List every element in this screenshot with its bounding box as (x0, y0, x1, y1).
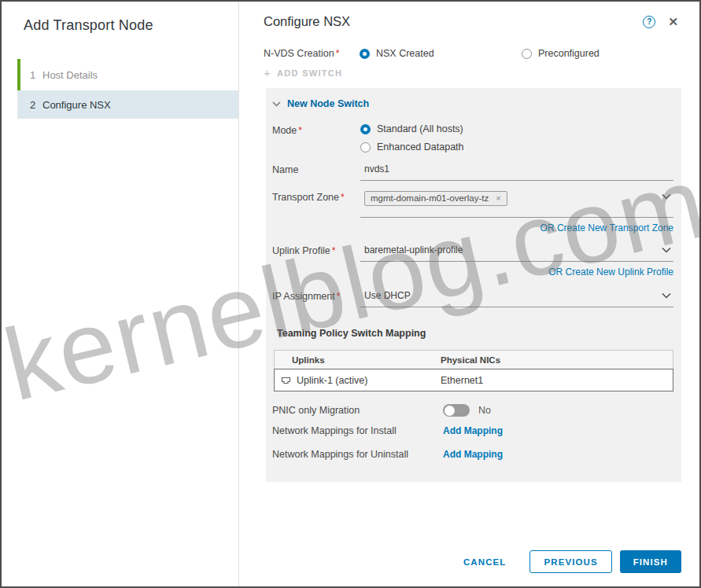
teaming-table-header: Uplinks Physical NICs (274, 350, 673, 369)
radio-selected-icon (360, 124, 371, 134)
add-switch-button[interactable]: + ADD SWITCH (264, 67, 342, 79)
radio-standard[interactable]: Standard (All hosts) (360, 123, 673, 134)
name-row: Name nvds1 (272, 163, 673, 181)
dialog-title: Add Transport Node (24, 17, 238, 34)
pnic-migration-row: PNIC only Migration No (272, 404, 673, 417)
step-number: 2 (17, 99, 36, 111)
ip-assignment-row: IP Assignment* Use DHCP (272, 289, 673, 307)
radio-unselected-icon (360, 142, 371, 153)
new-node-switch-toggle[interactable]: New Node Switch (272, 98, 673, 109)
radio-label: Enhanced Datapath (377, 141, 464, 153)
chip-text: mgmt-domain-m01-overlay-tz (371, 193, 489, 203)
chevron-down-icon[interactable] (662, 247, 671, 253)
column-header-physical-nics: Physical NICs (441, 355, 673, 365)
add-transport-node-dialog: Add Transport Node 1 Host Details 2 Conf… (0, 0, 701, 588)
radio-unselected-icon (522, 49, 532, 59)
header-icons: ? ✕ (643, 16, 678, 28)
mappings-install-row: Network Mappings for Install Add Mapping (272, 425, 673, 436)
add-mapping-uninstall-link[interactable]: Add Mapping (443, 449, 503, 460)
required-marker: * (332, 245, 336, 256)
new-node-switch-panel: New Node Switch Mode* Standard (All host… (266, 88, 681, 482)
create-transport-zone-link[interactable]: OR Create New Transport Zone (360, 222, 673, 233)
transport-zone-label: Transport Zone* (272, 190, 360, 233)
required-marker: * (336, 48, 340, 59)
step-label: Configure NSX (36, 99, 111, 111)
teaming-table: Uplinks Physical NICs Uplink-1 (active) … (274, 350, 673, 391)
table-row[interactable]: Uplink-1 (active) Ethernet1 (274, 369, 673, 391)
radio-nsx-created[interactable]: NSX Created (360, 48, 522, 59)
required-marker: * (341, 192, 345, 203)
finish-button[interactable]: FINISH (620, 550, 681, 573)
chevron-down-icon (272, 101, 281, 107)
radio-label: Standard (All hosts) (377, 123, 463, 134)
step-host-details[interactable]: 1 Host Details (17, 59, 238, 90)
uplink-port-icon (281, 376, 291, 385)
add-mapping-install-link[interactable]: Add Mapping (443, 425, 503, 436)
transport-zone-select[interactable]: mgmt-domain-m01-overlay-tz × (360, 190, 673, 218)
uplink-cell: Uplink-1 (active) (297, 375, 367, 386)
step-number: 1 (17, 69, 36, 81)
mappings-install-label: Network Mappings for Install (272, 425, 443, 436)
mode-row: Mode* Standard (All hosts) Enhanced Data… (272, 123, 673, 153)
required-marker: * (337, 291, 341, 302)
wizard-sidebar: Add Transport Node 1 Host Details 2 Conf… (2, 2, 239, 586)
footer-actions: CANCEL PREVIOUS FINISH (463, 550, 681, 573)
configure-nsx-panel: Configure NSX ? ✕ N-VDS Creation* NSX Cr… (240, 2, 699, 586)
add-switch-label: ADD SWITCH (277, 68, 342, 78)
uplink-profile-row: Uplink Profile* baremetal-uplink-profile… (272, 244, 673, 277)
create-uplink-profile-link[interactable]: OR Create New Uplink Profile (360, 266, 673, 277)
section-title-text: New Node Switch (287, 98, 369, 109)
uplink-profile-label: Uplink Profile* (272, 244, 360, 277)
name-value: nvds1 (364, 164, 389, 175)
close-icon[interactable]: ✕ (668, 16, 678, 28)
transport-zone-row: Transport Zone* mgmt-domain-m01-overlay-… (272, 190, 673, 233)
plus-icon: + (264, 67, 271, 79)
toggle-knob (445, 406, 455, 416)
previous-button[interactable]: PREVIOUS (529, 550, 611, 573)
radio-preconfigured[interactable]: Preconfigured (522, 48, 600, 59)
nvds-creation-label: N-VDS Creation* (264, 48, 360, 59)
pnic-migration-value: No (478, 405, 491, 416)
cancel-button[interactable]: CANCEL (463, 557, 507, 567)
uplink-profile-value: baremetal-uplink-profile (364, 244, 463, 255)
chip-remove-icon[interactable]: × (496, 194, 500, 203)
column-header-uplinks: Uplinks (275, 355, 441, 365)
wizard-steps: 1 Host Details 2 Configure NSX (2, 59, 238, 119)
teaming-policy-title: Teaming Policy Switch Mapping (277, 328, 673, 339)
mappings-uninstall-label: Network Mappings for Uninstall (272, 449, 443, 460)
name-input[interactable]: nvds1 (360, 163, 673, 181)
mode-label: Mode* (272, 123, 360, 153)
help-icon[interactable]: ? (643, 16, 655, 28)
panel-title: Configure NSX (264, 14, 350, 29)
pnic-migration-toggle[interactable] (443, 404, 470, 417)
transport-zone-chip: mgmt-domain-m01-overlay-tz × (364, 191, 507, 206)
radio-label: NSX Created (376, 48, 434, 59)
name-label: Name (272, 163, 360, 181)
ip-assignment-select[interactable]: Use DHCP (360, 289, 673, 307)
physical-nic-cell: Ethernet1 (441, 375, 673, 386)
uplink-profile-select[interactable]: baremetal-uplink-profile (360, 244, 673, 262)
chevron-down-icon[interactable] (662, 292, 671, 299)
step-configure-nsx[interactable]: 2 Configure NSX (17, 90, 238, 119)
radio-selected-icon (360, 49, 370, 59)
nvds-creation-row: N-VDS Creation* NSX Created Preconfigure… (264, 48, 681, 59)
step-label: Host Details (36, 69, 98, 81)
radio-label: Preconfigured (538, 48, 600, 59)
required-marker: * (298, 125, 302, 136)
mappings-uninstall-row: Network Mappings for Uninstall Add Mappi… (272, 449, 673, 460)
pnic-migration-label: PNIC only Migration (272, 405, 443, 416)
chevron-down-icon[interactable] (662, 193, 671, 200)
mode-options: Standard (All hosts) Enhanced Datapath (360, 123, 673, 153)
ip-assignment-label: IP Assignment* (272, 289, 360, 307)
panel-header: Configure NSX ? ✕ (264, 14, 681, 29)
radio-enhanced-datapath[interactable]: Enhanced Datapath (360, 141, 673, 153)
ip-assignment-value: Use DHCP (364, 290, 411, 301)
